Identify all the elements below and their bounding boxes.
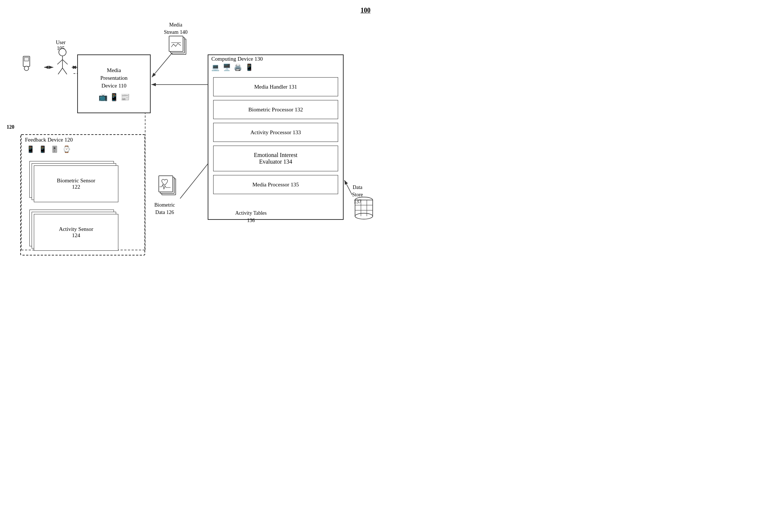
ref-number: 100 [361, 7, 370, 14]
svg-point-30 [355, 213, 373, 219]
label-120: 120 [7, 124, 14, 130]
svg-rect-19 [24, 57, 29, 61]
biometric-sensor-number: 122 [72, 184, 80, 190]
biometric-sensor-inner: Biometric Sensor 122 [34, 165, 118, 202]
biometric-data-label: Biometric Data 126 [154, 201, 175, 216]
svg-line-14 [57, 60, 62, 64]
media-processor-label: Media Processor 135 [252, 182, 299, 188]
svg-line-11 [344, 180, 352, 195]
computing-device-title: Computing Device 130 [211, 56, 263, 62]
media-stream-icon [168, 33, 190, 55]
svg-point-20 [24, 66, 29, 71]
media-presentation-icons: 📺 📱 📰 [98, 93, 130, 101]
svg-point-12 [59, 49, 66, 56]
feedback-device-title: Feedback Device 120 [25, 137, 73, 143]
activity-sensor-inner: Activity Sensor 124 [34, 214, 118, 251]
media-presentation-box: Media Presentation Device 110 📺 📱 📰 [77, 54, 151, 113]
data-store-label: Data Store 137 [352, 184, 363, 206]
biometric-processor-box: Biometric Processor 132 [213, 100, 338, 119]
activity-sensor-number: 124 [72, 232, 80, 239]
activity-sensor-label: Activity Sensor [59, 226, 93, 232]
svg-line-16 [58, 68, 62, 74]
computing-device-icons: 💻 🖥️ 🖨️ 📱 [211, 63, 254, 71]
activity-processor-box: Activity Processor 133 [213, 123, 338, 142]
media-processor-box: Media Processor 135 [213, 175, 338, 194]
feedback-device-icon [21, 54, 32, 76]
emotional-interest-box: Emotional Interest Evaluator 134 [213, 146, 338, 171]
media-handler-label: Media Handler 131 [254, 84, 297, 90]
biometric-sensor-label: Biometric Sensor [57, 178, 96, 184]
activity-processor-label: Activity Processor 133 [250, 129, 301, 136]
biometric-data-icon [158, 172, 180, 198]
svg-rect-23 [169, 36, 183, 51]
emotional-interest-label: Emotional Interest Evaluator 134 [254, 152, 298, 165]
media-presentation-title: Media Presentation Device 110 [100, 67, 128, 90]
diagram: 100 User 105 120 Feedback Device 120 📱 📱… [0, 0, 382, 266]
svg-line-17 [62, 68, 67, 74]
activity-tables-label: Activity Tables 136 [235, 210, 266, 224]
svg-line-15 [62, 60, 68, 64]
biometric-processor-label: Biometric Processor 132 [248, 107, 303, 113]
feedback-device-icons: 📱 📱 🎚️ ⌚ [26, 145, 72, 153]
user-figure [54, 48, 71, 77]
media-handler-box: Media Handler 131 [213, 77, 338, 96]
